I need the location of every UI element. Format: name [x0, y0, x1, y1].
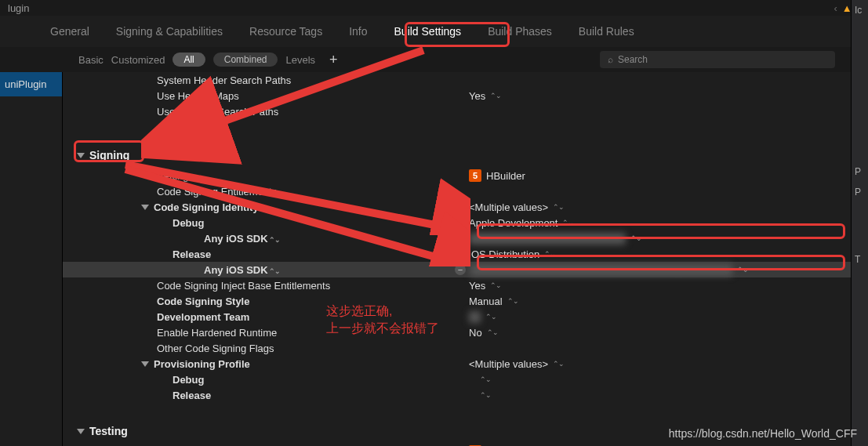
setting-row[interactable]: Code Signing Identity<Multiple values>⌃⌄: [63, 199, 851, 215]
setting-row[interactable]: ReleaseiOS Distribution⌃⌄: [63, 246, 851, 262]
filter-combined[interactable]: Combined: [213, 53, 278, 67]
project-tabs: General Signing & Capabilities Resource …: [0, 16, 851, 47]
chevron-updown-icon: ⌃⌄: [480, 391, 491, 399]
setting-row[interactable]: Other Code Signing Flags: [63, 340, 851, 356]
filter-all[interactable]: All: [173, 53, 205, 67]
disclosure-icon: [77, 153, 85, 158]
target-item[interactable]: uniPlugin: [0, 72, 62, 96]
targets-sidebar: uniPlugin: [0, 72, 63, 446]
chevron-updown-icon: ⌃⌄: [487, 328, 498, 336]
editor-main: General Signing & Capabilities Resource …: [0, 16, 851, 446]
chevron-updown-icon: ⌃⌄: [485, 313, 496, 321]
disclosure-icon: [141, 205, 149, 210]
setting-row[interactable]: DebugApple Development⌃⌄: [63, 215, 851, 230]
setting-row[interactable]: Any iOS SDK ⌃⌄−iPhone Distribution: Shen…: [63, 262, 851, 277]
setting-row[interactable]: Code Signing Inject Base EntitlementsYes…: [63, 277, 851, 293]
search-placeholder: Search: [618, 54, 648, 65]
setting-row[interactable]: Provisioning Profile<Multiple values>⌃⌄: [63, 356, 851, 372]
remove-icon[interactable]: −: [455, 264, 466, 275]
window-titlebar: lugin ‹ ▲ ›: [0, 0, 868, 16]
nav-back-icon[interactable]: ‹: [833, 2, 837, 14]
filter-levels[interactable]: Levels: [285, 54, 315, 66]
settings-content: System Header Search Paths Use Header Ma…: [63, 72, 851, 446]
setting-row[interactable]: Release ⌃⌄: [63, 387, 851, 403]
chevron-updown-icon: ⌃⌄: [553, 360, 564, 368]
filter-basic[interactable]: Basic: [78, 54, 104, 66]
add-setting-button[interactable]: +: [329, 52, 338, 68]
disclosure-icon: [141, 361, 149, 367]
setting-row[interactable]: Debug ⌃⌄: [63, 372, 851, 387]
tab-resource-tags[interactable]: Resource Tags: [246, 20, 325, 42]
tab-general[interactable]: General: [47, 20, 93, 42]
section-signing[interactable]: Signing: [63, 143, 851, 168]
tab-build-rules[interactable]: Build Rules: [576, 20, 637, 42]
chevron-updown-icon: ⌃⌄: [480, 375, 491, 383]
setting-row[interactable]: Code Signing StyleManual⌃⌄: [63, 293, 851, 309]
setting-row[interactable]: Code Signing Entitlements: [63, 183, 851, 199]
tab-signing-caps[interactable]: Signing & Capabilities: [113, 20, 226, 42]
filter-customized[interactable]: Customized: [111, 54, 165, 66]
chevron-updown-icon: ⌃⌄: [544, 250, 555, 258]
right-inspector: Ic P P T: [851, 0, 868, 446]
disclosure-icon: [77, 429, 85, 434]
chevron-updown-icon: ⌃⌄: [507, 297, 518, 305]
setting-row[interactable]: User Header Search Paths: [63, 103, 851, 119]
tab-build-phases[interactable]: Build Phases: [485, 20, 555, 42]
window-title: lugin: [8, 2, 29, 14]
tab-build-settings[interactable]: Build Settings: [391, 20, 465, 42]
setting-row[interactable]: Any iOS SDK ⌃⌄iPhone Developer: zhuolin …: [63, 230, 851, 246]
filter-bar: Basic Customized All Combined Levels + ⌕…: [0, 47, 851, 72]
annotation-text: 这步选正确, 上一步就不会报错了: [326, 303, 439, 338]
chevron-updown-icon: ⌃⌄: [630, 234, 641, 242]
chevron-updown-icon: ⌃⌄: [490, 281, 501, 289]
hbuilder-icon: 5: [469, 169, 481, 182]
chevron-updown-icon: ⌃⌄: [737, 266, 748, 274]
setting-row[interactable]: Use Header MapsYes⌃⌄: [63, 88, 851, 103]
search-field[interactable]: ⌕ Search: [600, 51, 835, 68]
setting-row[interactable]: Development Team d⌃⌄: [63, 309, 851, 325]
column-header: Setting5HBuilder: [63, 168, 851, 183]
search-icon: ⌕: [608, 54, 613, 65]
chevron-updown-icon: ⌃⌄: [553, 203, 564, 211]
chevron-updown-icon: ⌃⌄: [490, 92, 501, 100]
chevron-updown-icon: ⌃⌄: [562, 219, 573, 227]
tab-info[interactable]: Info: [346, 20, 370, 42]
setting-row[interactable]: System Header Search Paths: [63, 72, 851, 88]
watermark: https://blog.csdn.net/Hello_World_CFF: [669, 427, 857, 440]
setting-row[interactable]: Enable Hardened RuntimeNo⌃⌄: [63, 325, 851, 340]
